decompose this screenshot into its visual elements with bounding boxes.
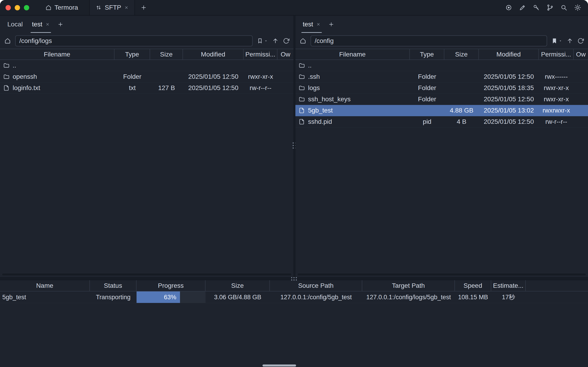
size-cell: 4 B xyxy=(444,116,479,127)
pane-splitter-vertical[interactable] xyxy=(294,16,295,277)
bookmark-icon xyxy=(257,38,263,44)
file-row-ssh[interactable]: .ssh Folder 2025/01/05 12:50 rwx------ xyxy=(295,71,588,83)
permissions-cell: rwxr-xr-x xyxy=(539,94,574,105)
minimize-window-button[interactable] xyxy=(15,5,20,10)
transfers-header: Name Status Progress Size Source Path Ta… xyxy=(0,280,588,292)
column-header-filename[interactable]: Filename xyxy=(0,49,114,59)
splitter-grip-icon xyxy=(291,277,297,280)
right-pane-tabstrip: test xyxy=(295,16,588,33)
close-tab-icon[interactable] xyxy=(124,6,128,10)
transfer-panel-splitter[interactable] xyxy=(0,277,588,280)
close-tab-icon[interactable] xyxy=(45,22,50,26)
left-horizontal-scrollbar[interactable] xyxy=(2,273,292,276)
settings-icon xyxy=(574,4,581,11)
branch-button[interactable] xyxy=(547,4,554,11)
modified-cell: 2025/01/05 12:50 xyxy=(479,71,539,82)
modified-cell: 2025/01/05 13:02 xyxy=(479,105,539,116)
left-new-tab-button[interactable] xyxy=(58,21,63,27)
right-new-tab-button[interactable] xyxy=(328,21,334,27)
settings-button[interactable] xyxy=(574,4,581,11)
column-header-filename[interactable]: Filename xyxy=(295,49,410,59)
filename: .ssh xyxy=(308,73,320,80)
left-refresh-button[interactable] xyxy=(283,38,290,44)
arrow-up-icon xyxy=(272,37,279,44)
tab-termora-label: Termora xyxy=(54,4,78,11)
file-icon xyxy=(298,107,305,114)
type-cell: Folder xyxy=(410,71,444,82)
left-bookmark-button[interactable] xyxy=(257,38,268,44)
column-header-type[interactable]: Type xyxy=(114,49,150,59)
column-header-name[interactable]: Name xyxy=(0,280,90,291)
column-header-target-path[interactable]: Target Path xyxy=(362,280,455,291)
left-file-pane: Local test xyxy=(0,16,294,277)
owner-cell xyxy=(277,60,294,71)
left-path-input[interactable] xyxy=(15,35,253,46)
file-row-logs[interactable]: logs Folder 2025/01/05 18:35 rwxr-xr-x xyxy=(295,83,588,94)
file-row-parent-dir[interactable]: .. xyxy=(295,60,588,71)
filename: openssh xyxy=(13,73,37,80)
transfer-source-path: 127.0.0.1:/config/5gb_test xyxy=(270,292,362,303)
key-manager-button[interactable] xyxy=(533,4,540,11)
close-window-button[interactable] xyxy=(6,5,11,10)
column-header-modified[interactable]: Modified xyxy=(479,49,539,59)
permissions-cell: rwxr-xr-x xyxy=(539,83,574,93)
file-row-5gb-test-selected[interactable]: 5gb_test 4.88 GB 2025/01/05 13:02 rwxrwx… xyxy=(295,105,588,116)
column-header-modified[interactable]: Modified xyxy=(183,49,244,59)
file-row-parent-dir[interactable]: .. xyxy=(0,60,294,71)
size-cell xyxy=(444,83,479,93)
column-header-type[interactable]: Type xyxy=(410,49,444,59)
right-tab-test[interactable]: test xyxy=(298,16,325,33)
column-header-permissions[interactable]: Permissi... xyxy=(539,49,574,59)
right-home-button[interactable] xyxy=(299,37,307,44)
file-row-ssh-host-keys[interactable]: ssh_host_keys Folder 2025/01/05 12:50 rw… xyxy=(295,94,588,105)
column-header-progress[interactable]: Progress xyxy=(136,280,205,291)
close-tab-icon[interactable] xyxy=(316,22,320,26)
column-header-estimate[interactable]: Estimate... xyxy=(491,280,526,291)
refresh-icon xyxy=(577,38,584,44)
new-main-tab-button[interactable] xyxy=(140,4,147,11)
owner-cell xyxy=(574,71,588,82)
right-up-directory-button[interactable] xyxy=(566,37,573,44)
column-header-owner[interactable]: Ow xyxy=(574,49,588,59)
right-refresh-button[interactable] xyxy=(577,38,584,44)
bottom-horizontal-scrollbar[interactable] xyxy=(263,365,296,367)
column-header-permissions[interactable]: Permissi... xyxy=(244,49,277,59)
file-row-loginfo[interactable]: loginfo.txt txt 127 B 2025/01/05 12:50 r… xyxy=(0,83,294,94)
left-tab-local[interactable]: Local xyxy=(3,16,27,33)
left-up-directory-button[interactable] xyxy=(272,37,279,44)
left-tab-test[interactable]: test xyxy=(27,16,54,33)
column-header-speed[interactable]: Speed xyxy=(455,280,491,291)
tab-termora[interactable]: Termora xyxy=(42,0,81,15)
filename: .. xyxy=(13,62,16,69)
permissions-cell: rwxrwxr-x xyxy=(539,105,574,116)
owner-cell xyxy=(574,83,588,93)
column-header-source-path[interactable]: Source Path xyxy=(270,280,362,291)
right-bookmark-button[interactable] xyxy=(551,38,562,44)
right-path-input[interactable] xyxy=(311,35,547,46)
right-horizontal-scrollbar[interactable] xyxy=(297,273,586,276)
titlebar-actions xyxy=(505,4,581,11)
folder-icon xyxy=(298,74,305,80)
transfer-row-5gb-test[interactable]: 5gb_test Transporting 63% 3.06 GB/4.88 G… xyxy=(0,292,588,303)
file-row-sshd-pid[interactable]: sshd.pid pid 4 B 2025/01/05 12:50 rw-r--… xyxy=(295,116,588,127)
record-button[interactable] xyxy=(505,4,512,11)
left-table-header: Filename Type Size Modified Permissi... … xyxy=(0,49,294,60)
edit-button[interactable] xyxy=(519,4,526,11)
column-header-size[interactable]: Size xyxy=(444,49,479,59)
search-button[interactable] xyxy=(560,4,567,11)
left-home-button[interactable] xyxy=(4,37,11,44)
zoom-window-button[interactable] xyxy=(24,5,29,10)
column-header-owner[interactable]: Ow xyxy=(277,49,294,59)
transfer-progress-label: 63% xyxy=(164,294,176,301)
sftp-workspace: Local test xyxy=(0,16,588,277)
folder-icon xyxy=(298,85,305,91)
home-icon xyxy=(299,37,307,44)
column-header-size[interactable]: Size xyxy=(205,280,270,291)
left-tab-test-label: test xyxy=(32,21,42,28)
transfer-name: 5gb_test xyxy=(0,292,90,303)
permissions-cell: rwx------ xyxy=(539,71,574,82)
column-header-size[interactable]: Size xyxy=(150,49,183,59)
tab-sftp[interactable]: SFTP xyxy=(89,0,135,15)
column-header-status[interactable]: Status xyxy=(90,280,136,291)
file-row-openssh[interactable]: openssh Folder 2025/01/05 12:50 rwxr-xr-… xyxy=(0,71,294,83)
